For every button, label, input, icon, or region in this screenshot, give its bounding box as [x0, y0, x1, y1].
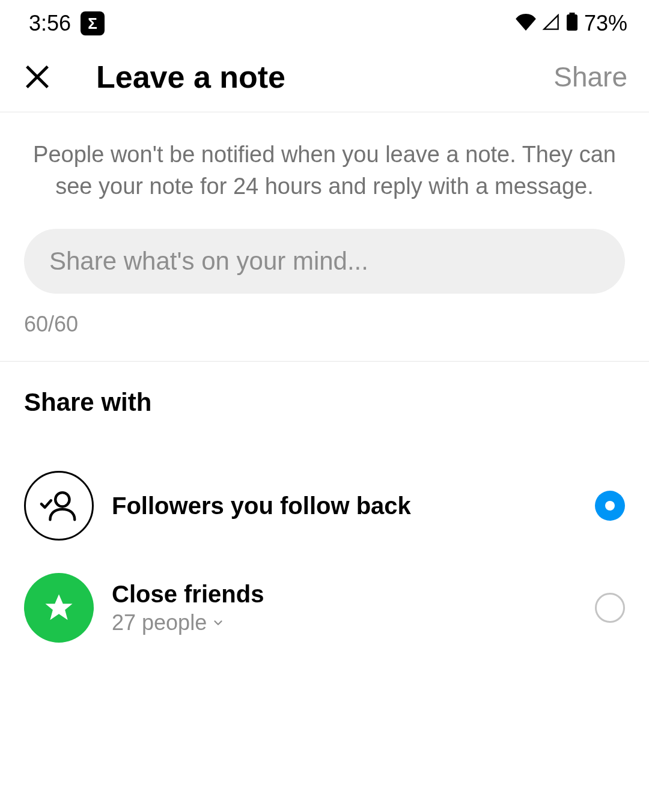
- header: Leave a note Share: [0, 42, 649, 112]
- wifi-icon: [516, 11, 536, 36]
- svg-rect-0: [569, 13, 574, 14]
- close-friends-icon: [24, 573, 94, 643]
- radio-unselected[interactable]: [595, 593, 625, 623]
- signal-icon: [542, 11, 560, 36]
- status-right: 73%: [516, 11, 627, 36]
- battery-percent: 73%: [584, 11, 627, 36]
- share-option-followers[interactable]: Followers you follow back: [24, 462, 625, 549]
- svg-rect-1: [567, 14, 577, 31]
- share-with-title: Share with: [24, 388, 625, 417]
- svg-point-4: [55, 493, 69, 507]
- note-input[interactable]: [24, 229, 625, 294]
- share-section: Share with Followers you follow back: [0, 362, 649, 651]
- close-icon: [23, 63, 51, 91]
- followers-icon: [24, 471, 94, 541]
- option-label: Followers you follow back: [112, 492, 595, 520]
- info-text: People won't be notified when you leave …: [0, 112, 649, 202]
- status-left: 3:56 Σ: [29, 11, 105, 36]
- chevron-down-icon: [212, 616, 225, 629]
- status-time: 3:56: [29, 11, 71, 36]
- share-button[interactable]: Share: [553, 61, 627, 93]
- note-input-container: [24, 229, 625, 294]
- battery-icon: [566, 11, 578, 36]
- sigma-app-icon: Σ: [81, 11, 105, 35]
- share-option-close-friends[interactable]: Close friends 27 people: [24, 565, 625, 651]
- option-text: Close friends 27 people: [112, 581, 595, 635]
- share-options: Followers you follow back Close friends …: [24, 462, 625, 651]
- character-count: 60/60: [0, 294, 649, 361]
- page-title: Leave a note: [96, 59, 553, 95]
- option-label: Close friends: [112, 581, 595, 608]
- radio-selected[interactable]: [595, 491, 625, 521]
- option-text: Followers you follow back: [112, 492, 595, 520]
- option-sublabel[interactable]: 27 people: [112, 610, 595, 635]
- close-button[interactable]: [22, 61, 53, 92]
- status-bar: 3:56 Σ 73%: [0, 0, 649, 42]
